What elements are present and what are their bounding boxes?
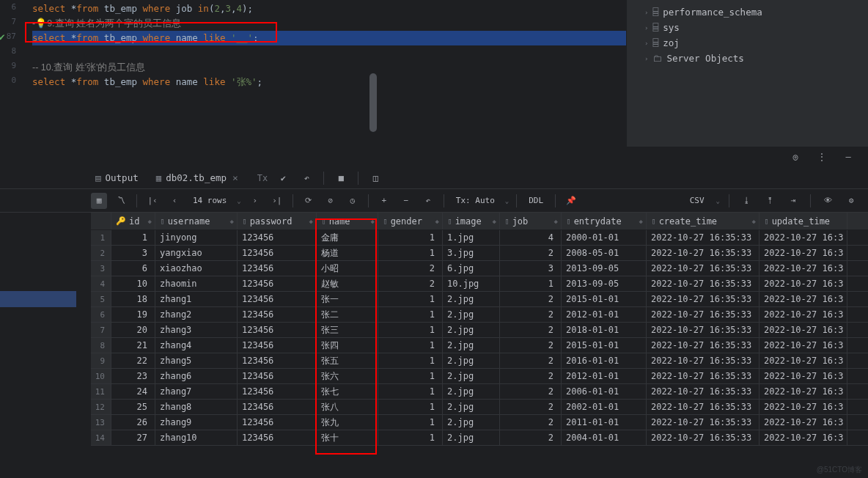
tx-auto[interactable]: Tx: Auto bbox=[452, 196, 499, 205]
cell-password[interactable]: 123456 bbox=[238, 384, 317, 399]
code-line[interactable]: -- 10.查询 姓'张'的员工信息 bbox=[32, 60, 626, 75]
target-icon[interactable]: ◎ bbox=[787, 149, 803, 165]
code-line[interactable]: select *from tb_emp where name like '张%'… bbox=[32, 75, 626, 89]
cell-job[interactable]: 2 bbox=[500, 353, 562, 368]
cell-image[interactable]: 2.jpg bbox=[443, 307, 500, 322]
cell-gender[interactable]: 1 bbox=[378, 246, 443, 260]
cell-password[interactable]: 123456 bbox=[238, 415, 317, 430]
cell-id[interactable]: 22 bbox=[111, 353, 155, 368]
cell-job[interactable]: 3 bbox=[500, 261, 562, 276]
delete-row-icon[interactable]: − bbox=[398, 193, 414, 209]
col-header-gender[interactable]: ▯gender◆ bbox=[378, 213, 443, 229]
cell-id[interactable]: 21 bbox=[111, 338, 155, 353]
tree-item-sys[interactable]: ›⌸sys bbox=[634, 20, 861, 35]
cell-gender[interactable]: 2 bbox=[378, 276, 443, 291]
cell-username[interactable]: zhang9 bbox=[155, 415, 238, 430]
cell-name[interactable]: 张六 bbox=[317, 369, 378, 383]
cell-name[interactable]: 张一 bbox=[317, 292, 378, 306]
col-header-id[interactable]: 🔑id◆ bbox=[111, 213, 155, 229]
cell-update-time[interactable]: 2022-10-27 16:3 bbox=[760, 415, 847, 430]
commit-icon[interactable]: ✔ bbox=[275, 170, 291, 186]
cell-id[interactable]: 10 bbox=[111, 276, 155, 291]
cell-job[interactable]: 1 bbox=[500, 276, 562, 291]
cell-username[interactable]: jinyong bbox=[155, 230, 238, 245]
cell-update-time[interactable]: 2022-10-27 16:3 bbox=[760, 384, 847, 399]
cell-update-time[interactable]: 2022-10-27 16:3 bbox=[760, 246, 847, 260]
cell-gender[interactable]: 1 bbox=[378, 338, 443, 353]
table-row[interactable]: 1427zhang10123456张十12.jpg22004-01-012022… bbox=[91, 430, 868, 446]
cell-gender[interactable]: 1 bbox=[378, 353, 443, 368]
tree-item-zoj[interactable]: ›⌸zoj bbox=[634, 35, 861, 51]
cell-password[interactable]: 123456 bbox=[238, 323, 317, 337]
cell-username[interactable]: zhang1 bbox=[155, 292, 238, 306]
grid-view-icon[interactable]: ▦ bbox=[91, 193, 107, 209]
add-row-icon[interactable]: + bbox=[376, 193, 392, 209]
cell-update-time[interactable]: 2022-10-27 16:3 bbox=[760, 338, 847, 353]
cell-gender[interactable]: 1 bbox=[378, 430, 443, 445]
cell-id[interactable]: 6 bbox=[111, 261, 155, 276]
cell-create-time[interactable]: 2022-10-27 16:35:33 bbox=[647, 307, 760, 322]
cell-password[interactable]: 123456 bbox=[238, 338, 317, 353]
cell-job[interactable]: 4 bbox=[500, 230, 562, 245]
cell-entrydate[interactable]: 2002-01-01 bbox=[562, 400, 647, 414]
refresh-icon[interactable]: ⟳ bbox=[301, 193, 317, 209]
cell-create-time[interactable]: 2022-10-27 16:35:33 bbox=[647, 230, 760, 245]
cell-update-time[interactable]: 2022-10-27 16:3 bbox=[760, 369, 847, 383]
cell-job[interactable]: 2 bbox=[500, 292, 562, 306]
cell-update-time[interactable]: 2022-10-27 16:3 bbox=[760, 307, 847, 322]
cell-username[interactable]: zhang4 bbox=[155, 338, 238, 353]
cell-gender[interactable]: 1 bbox=[378, 292, 443, 306]
rollback-icon[interactable]: ↶ bbox=[298, 170, 315, 186]
cell-job[interactable]: 2 bbox=[500, 430, 562, 445]
col-header-update-time[interactable]: ▯update_time bbox=[760, 213, 847, 229]
more-icon[interactable]: ⋮ bbox=[814, 149, 830, 165]
cell-job[interactable]: 2 bbox=[500, 415, 562, 430]
table-row[interactable]: 23yangxiao123456杨道13.jpg22008-05-012022-… bbox=[91, 246, 868, 261]
cell-username[interactable]: zhang6 bbox=[155, 369, 238, 383]
cell-entrydate[interactable]: 2012-01-01 bbox=[562, 307, 647, 322]
col-header-create-time[interactable]: ▯create_time◆ bbox=[647, 213, 760, 229]
cell-update-time[interactable]: 2022-10-27 16:3 bbox=[760, 430, 847, 445]
csv-button[interactable]: CSV bbox=[685, 196, 709, 205]
cell-id[interactable]: 3 bbox=[111, 246, 155, 260]
cell-entrydate[interactable]: 2000-01-01 bbox=[562, 230, 647, 245]
cell-job[interactable]: 2 bbox=[500, 246, 562, 260]
cell-gender[interactable]: 1 bbox=[378, 230, 443, 245]
cell-entrydate[interactable]: 2013-09-05 bbox=[562, 261, 647, 276]
close-icon[interactable]: × bbox=[232, 172, 238, 183]
minimize-icon[interactable]: — bbox=[840, 149, 856, 165]
stop-icon[interactable]: ■ bbox=[333, 170, 349, 186]
cell-job[interactable]: 2 bbox=[500, 384, 562, 399]
cell-job[interactable]: 2 bbox=[500, 400, 562, 414]
code-line[interactable]: -💡9.查询 姓名为两个字的员工信息 bbox=[32, 16, 626, 31]
cell-name[interactable]: 小昭 bbox=[317, 261, 378, 276]
cell-username[interactable]: yangxiao bbox=[155, 246, 238, 260]
cell-id[interactable]: 1 bbox=[111, 230, 155, 245]
cell-job[interactable]: 2 bbox=[500, 307, 562, 322]
cell-create-time[interactable]: 2022-10-27 16:35:33 bbox=[647, 246, 760, 260]
cell-username[interactable]: zhaomin bbox=[155, 276, 238, 291]
table-row[interactable]: 518zhang1123456张一12.jpg22015-01-012022-1… bbox=[91, 292, 868, 307]
table-row[interactable]: 11jinyong123456金庸11.jpg42000-01-012022-1… bbox=[91, 230, 868, 246]
cell-image[interactable]: 3.jpg bbox=[443, 246, 500, 260]
tree-item-server-objects[interactable]: ›🗀Server Objects bbox=[634, 51, 861, 66]
cell-gender[interactable]: 1 bbox=[378, 400, 443, 414]
cell-name[interactable]: 赵敏 bbox=[317, 276, 378, 291]
cell-name[interactable]: 张七 bbox=[317, 384, 378, 399]
cell-name[interactable]: 金庸 bbox=[317, 230, 378, 245]
cell-update-time[interactable]: 2022-10-27 16:3 bbox=[760, 276, 847, 291]
col-header-name[interactable]: ▯name◆ bbox=[317, 213, 378, 229]
tab-output[interactable]: ▤Output bbox=[91, 169, 143, 186]
eye-icon[interactable]: 👁 bbox=[820, 193, 836, 209]
col-header-entrydate[interactable]: ▯entrydate◆ bbox=[562, 213, 647, 229]
cell-create-time[interactable]: 2022-10-27 16:35:33 bbox=[647, 292, 760, 306]
cell-id[interactable]: 19 bbox=[111, 307, 155, 322]
cell-create-time[interactable]: 2022-10-27 16:35:33 bbox=[647, 323, 760, 337]
cell-password[interactable]: 123456 bbox=[238, 353, 317, 368]
cell-image[interactable]: 2.jpg bbox=[443, 430, 500, 445]
cell-password[interactable]: 123456 bbox=[238, 307, 317, 322]
cell-update-time[interactable]: 2022-10-27 16:3 bbox=[760, 230, 847, 245]
table-row[interactable]: 36xiaozhao123456小昭26.jpg32013-09-052022-… bbox=[91, 261, 868, 276]
table-row[interactable]: 1225zhang8123456张八12.jpg22002-01-012022-… bbox=[91, 400, 868, 415]
cell-image[interactable]: 2.jpg bbox=[443, 400, 500, 414]
